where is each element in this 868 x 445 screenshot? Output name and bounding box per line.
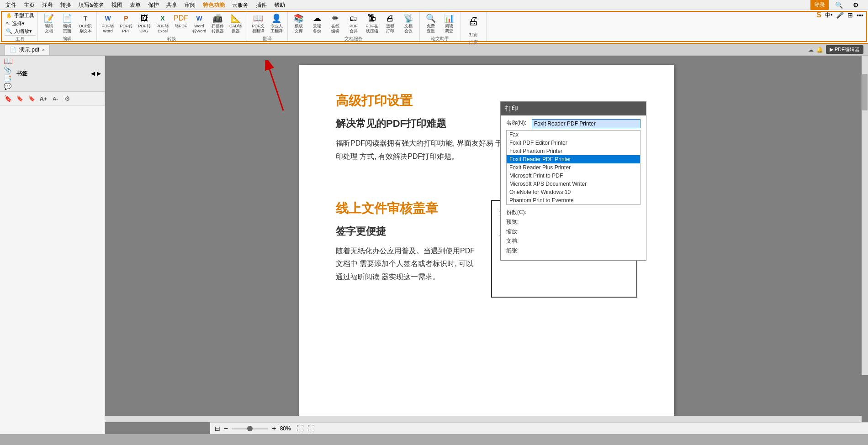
pdf-merge-btn[interactable]: 🗂 PDF合并 [345,12,362,35]
tool-group: ✋ 手型工具 ↖ 选择▾ 🔍 入缩放▾ 工具 [3,12,38,41]
menu-item-view[interactable]: 视图 [108,0,126,10]
printer-foxit-plus[interactable]: Foxit Reader Plus Printer [507,163,640,172]
cloud-backup-btn[interactable]: ☁ 云端备份 [309,12,325,35]
to-pdf-btn[interactable]: PDF 转PDF [173,12,189,30]
horizontal-scrollbar[interactable] [105,416,862,422]
bookmark-add-icon[interactable]: 🔖 [3,94,13,104]
login-btn[interactable]: 登录 [810,0,829,10]
print-wide-btn[interactable]: 🖨 打宽 [463,12,483,38]
pdf-to-jpg-icon: 🖼 [139,13,150,24]
print-preview-label: 预览: [506,218,532,226]
printer-foxit-phantom[interactable]: Foxit Phantom Printer [507,147,640,155]
edit-page-btn[interactable]: 📄 编辑页面 [59,12,75,35]
edit-doc-btn[interactable]: 📝 编辑文档 [41,12,57,35]
printer-fax[interactable]: Fax [507,131,640,139]
notification-icon[interactable]: 🔔 [816,47,823,53]
menu-item-review[interactable]: 审阅 [181,0,199,10]
pdf-to-excel-btn[interactable]: X PDF转Excel [154,12,171,35]
zoom-out-btn[interactable]: − [224,424,228,433]
bookmark-icon3[interactable]: 🔖 [26,94,37,104]
text-larger-btn[interactable]: A+ [38,94,48,104]
online-edit-btn[interactable]: ✏ 在线编辑 [327,12,344,35]
free-check-icon: 🔍 [425,13,436,24]
file-tab[interactable]: 📄 演示.pdf × [5,44,50,55]
more-icon[interactable]: ▪▪▪ [857,11,863,19]
edit-group: 📝 编辑文档 📄 编辑页面 T OCR识别文本 编辑 [38,12,97,41]
print-name-input[interactable]: Foxit Reader PDF Printer [532,119,640,128]
printer-phantom-evernote[interactable]: Phantom Print to Evernote [507,196,640,204]
menu-item-form[interactable]: 表单 [126,0,144,10]
cloud-sync-icon[interactable]: ☁ [808,47,814,53]
sidebar-collapse-btn[interactable]: ▶ [97,70,101,77]
page-thumbnail-icon[interactable]: ⊟ [215,425,220,432]
pdf-to-ppt-btn[interactable]: P PDF转PPT [118,12,134,35]
printer-foxit-editor[interactable]: Foxit PDF Editor Printer [507,139,640,147]
printer-ms-pdf[interactable]: Microsoft Print to PDF [507,172,640,180]
mic-icon[interactable]: 🎤 [836,11,844,19]
layers-icon[interactable]: 📑 [4,75,15,81]
menu-item-special[interactable]: 特色功能 [199,0,228,10]
scan-convert-btn[interactable]: 📠 扫描件转换器 [209,12,226,35]
menu-item-help[interactable]: 帮助 [270,0,289,10]
menu-item-file[interactable]: 文件 [2,0,20,10]
to-pdf-label: 转PDF [175,24,187,29]
cad-convert-btn[interactable]: 📐 CAD转换器 [228,12,244,35]
menu-item-convert[interactable]: 转换 [57,0,75,10]
remote-print-btn[interactable]: 🖨 远程打印 [382,12,398,35]
fullscreen-btn[interactable]: ⛶ [307,424,315,433]
menu-item-home[interactable]: 主页 [20,0,38,10]
zoom-tool-btn[interactable]: 🔍 入缩放▾ [5,27,36,35]
print-dialog: 打印 名称(N): Foxit Reader PDF Printer Fax F… [500,101,646,261]
main-layout: 📖 📎 📑 💬 书签 ◀ ▶ 🔖 🔖 🔖 A+ A- ⚙ [0,56,868,434]
hand-tool-btn[interactable]: ✋ 手型工具 [5,12,36,20]
pro-translate-btn[interactable]: 👤 专业人工翻译 [268,12,285,35]
convert-group: W PDF转Word P PDF转PPT 🖼 PDF转JPG X PDF转Exc… [97,12,247,41]
menu-item-share[interactable]: 共享 [163,0,181,10]
sidebar-expand-btn[interactable]: ◀ [91,70,95,77]
pdf-to-word-btn[interactable]: W PDF转Word [100,12,116,35]
fit-page-btn[interactable]: ⛶ [296,424,304,433]
menu-item-annotate[interactable]: 注释 [38,0,57,10]
sidebar-settings-btn[interactable]: ⚙ [62,94,72,104]
doc-meeting-btn[interactable]: 📡 文档会议 [400,12,417,35]
printer-onenote[interactable]: OneNote for Windows 10 [507,188,640,196]
zoom-plus-btn[interactable]: + [272,424,276,433]
word-to-word-btn[interactable]: W Word转Word [191,12,207,35]
convert-group-label: 转换 [100,35,244,42]
print-group-label: 打宽 [463,38,483,46]
ocr-icon: T [80,13,91,24]
printer-ms-xps[interactable]: Microsoft XPS Document Writer [507,180,640,188]
select-tool-btn[interactable]: ↖ 选择▾ [5,20,36,27]
grid-icon[interactable]: ⊞ [847,11,853,19]
pdf-compress-btn[interactable]: 🗜 PDF在线压缩 [364,12,380,35]
scrollbar-thumb[interactable] [862,74,868,110]
settings-icon[interactable]: ⚙ [849,0,863,10]
menu-item-plugin[interactable]: 插件 [252,0,270,10]
word-to-word-icon: W [194,13,205,24]
search-icon[interactable]: 🔍 [831,0,847,10]
printer-foxit-reader[interactable]: Foxit Reader PDF Printer [507,155,640,163]
file-tab-close[interactable]: × [42,47,45,52]
template-btn[interactable]: 📚 模板文库 [291,12,307,35]
menu-item-protect[interactable]: 保护 [144,0,163,10]
free-check-btn[interactable]: 🔍 免费查重 [423,12,439,35]
reading-survey-btn[interactable]: 📊 阅读调查 [441,12,457,35]
pdf-translate-btn[interactable]: 📖 PDF文档翻译 [250,12,266,35]
vertical-scrollbar[interactable] [862,56,868,375]
pro-translate-label: 专业人工翻译 [270,24,283,34]
comment-icon[interactable]: 💬 [4,83,15,89]
zoom-slider[interactable] [232,428,268,429]
bookmark-icon2[interactable]: 🔖 [15,94,25,104]
bookmark-panel-icon[interactable]: 📖 [4,58,15,65]
pdf-editor-btn[interactable]: ▶ PDF编辑器 [826,45,863,54]
attachment-icon[interactable]: 📎 [4,67,15,73]
menu-item-cloud[interactable]: 云服务 [228,0,252,10]
pdf-to-jpg-btn[interactable]: 🖼 PDF转JPG [136,12,153,35]
ocr-btn[interactable]: T OCR识别文本 [77,12,94,35]
select-icon: ↖ [6,21,10,26]
text-smaller-btn[interactable]: A- [50,94,60,104]
pdf-translate-icon: 📖 [253,13,264,24]
remote-print-label: 远程打印 [386,24,394,34]
menu-item-sign[interactable]: 填写&签名 [75,0,108,10]
zoom-slider-thumb[interactable] [247,426,253,431]
